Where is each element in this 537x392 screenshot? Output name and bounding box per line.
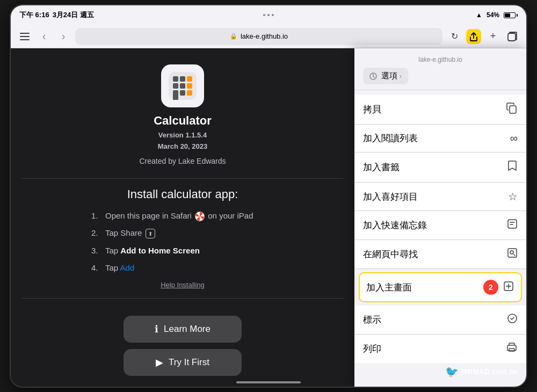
menu-item-quicknote[interactable]: 加入快速備忘錄 [354, 211, 526, 240]
address-bar[interactable]: 🔒 lake-e.github.io [75, 28, 442, 45]
help-link[interactable]: Help Installing [161, 281, 205, 289]
menu-item-readinglist[interactable]: 加入閱讀列表 ∞ [354, 125, 526, 153]
content-area: Calculator Version 1.1.5.4 March 20, 202… [11, 48, 526, 387]
dot-3 [272, 14, 274, 16]
ipad-frame: 下午 6:16 3月24日 週五 ▲ 54% [11, 5, 526, 387]
dropdown-menu[interactable]: lake-e.github.io 選項 › 拷貝 加入閱讀列表 [354, 48, 526, 387]
try-it-first-button[interactable]: ▶ Try It First [124, 349, 242, 376]
status-bar-dots [263, 14, 274, 16]
app-version: Version 1.1.5.4 March 20, 2023 [158, 130, 208, 153]
install-title: Install calculator app: [127, 187, 238, 201]
markup-label: 標示 [363, 314, 381, 326]
status-bar-right: ▲ 54% [476, 11, 518, 19]
print-icon [506, 342, 518, 355]
battery-icon [504, 12, 518, 18]
menu-item-bookmark[interactable]: 加入書籤 [354, 153, 526, 183]
svg-rect-6 [180, 76, 185, 82]
menu-item-addhome[interactable]: 加入主畫面 2 [359, 272, 522, 302]
url-text: lake-e.github.io [241, 32, 288, 40]
sidebar-button[interactable] [17, 29, 32, 44]
status-date: 3月24日 週五 [53, 10, 94, 20]
app-created: Created by Lake Edwards [139, 157, 226, 165]
svg-rect-15 [510, 106, 516, 113]
lock-icon: 🔒 [230, 33, 237, 40]
svg-rect-0 [20, 33, 30, 34]
readinglist-label: 加入閱讀列表 [363, 132, 418, 144]
svg-rect-22 [509, 349, 514, 351]
step-1: 1. Open this page in Safari on your iPad [91, 210, 274, 222]
svg-rect-12 [180, 90, 185, 96]
svg-rect-13 [187, 90, 192, 96]
findinpage-label: 在網頁中尋找 [363, 248, 418, 260]
learn-more-label: Learn More [164, 324, 211, 335]
options-label: 選項 [381, 71, 397, 81]
note-icon [507, 219, 518, 232]
step-2: 2. Tap Share ⬆ [91, 227, 274, 239]
menu-item-favorites[interactable]: 加入喜好項目 ☆ [354, 183, 526, 211]
tab-switcher-button[interactable] [505, 29, 520, 44]
svg-rect-9 [180, 83, 185, 89]
bookmark-icon [507, 160, 518, 175]
app-icon [161, 64, 204, 107]
menu-item-copy[interactable]: 拷貝 [354, 95, 526, 125]
dot-2 [267, 14, 270, 16]
share-inline-icon: ⬆ [146, 229, 155, 238]
browser-toolbar: ‹ › 🔒 lake-e.github.io ↻ + [11, 25, 526, 48]
watermark-text: MRMAD.com.tw [461, 367, 518, 376]
quicknote-label: 加入快速備忘錄 [363, 219, 427, 231]
info-icon: ℹ [155, 323, 158, 335]
divider-top [21, 178, 344, 179]
steps-list: 1. Open this page in Safari on your iPad… [91, 210, 274, 289]
status-bar-left: 下午 6:16 3月24日 週五 [19, 10, 94, 20]
webpage: Calculator Version 1.1.5.4 March 20, 202… [11, 48, 354, 387]
menu-item-print[interactable]: 列印 [354, 335, 526, 363]
dropdown-options-button[interactable]: 選項 › [363, 68, 408, 84]
home-indicator [236, 381, 301, 383]
svg-rect-10 [187, 83, 192, 89]
new-tab-button[interactable]: + [485, 29, 500, 44]
watermark-logo: 🐦 [445, 365, 459, 378]
try-it-first-label: Try It First [169, 357, 209, 368]
app-name: Calculator [154, 114, 212, 128]
star-icon: ☆ [508, 190, 518, 203]
addhome-icon [503, 280, 514, 295]
print-label: 列印 [363, 343, 381, 355]
dot-1 [263, 14, 265, 16]
status-bar: 下午 6:16 3月24日 週五 ▲ 54% [11, 5, 526, 25]
status-time: 下午 6:16 [19, 10, 49, 20]
forward-button[interactable]: › [56, 29, 71, 44]
markup-icon [507, 313, 518, 326]
menu-item-findinpage[interactable]: 在網頁中尋找 [354, 240, 526, 269]
reload-button[interactable]: ↻ [447, 29, 462, 44]
bookmark-label: 加入書籤 [363, 161, 400, 173]
svg-rect-5 [173, 76, 178, 82]
bottom-buttons: ℹ Learn More ▶ Try It First [124, 316, 242, 376]
svg-rect-8 [173, 83, 178, 89]
step-4: 4. Tap Add [91, 262, 274, 274]
readinglist-icon: ∞ [510, 132, 518, 144]
copy-label: 拷貝 [363, 103, 381, 115]
back-button[interactable]: ‹ [37, 29, 52, 44]
favorites-label: 加入喜好項目 [363, 191, 418, 203]
learn-more-button[interactable]: ℹ Learn More [124, 316, 242, 343]
svg-rect-17 [508, 249, 517, 257]
divider-bottom [21, 298, 344, 299]
chevron-right-icon: › [400, 72, 402, 80]
svg-rect-2 [20, 39, 30, 40]
play-icon: ▶ [156, 357, 163, 368]
battery-label: 54% [487, 11, 499, 19]
svg-rect-3 [508, 33, 516, 41]
badge-2: 2 [483, 280, 498, 295]
menu-item-markup[interactable]: 標示 [354, 306, 526, 335]
addhome-label: 加入主畫面 [366, 281, 412, 294]
share-button[interactable] [466, 29, 481, 44]
dropdown-header: lake-e.github.io 選項 › [354, 48, 526, 90]
svg-rect-16 [508, 220, 517, 228]
dropdown-url: lake-e.github.io [363, 56, 518, 63]
svg-point-18 [510, 251, 513, 254]
svg-rect-1 [20, 36, 30, 37]
svg-rect-11 [173, 90, 178, 100]
step-3: 3. Tap Add to Home Screen [91, 245, 274, 257]
find-icon [507, 248, 518, 261]
copy-icon [506, 102, 518, 117]
